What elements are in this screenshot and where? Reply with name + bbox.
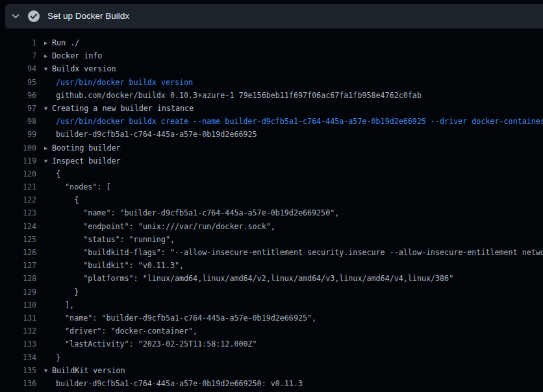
log-output-text: "buildkitd-flags": "--allow-insecure-ent… [56,246,543,259]
log-group-header[interactable]: ▶Booting builder [44,141,121,154]
log-group-header[interactable]: ▶Run ./ [44,36,79,49]
line-number[interactable]: 128 [0,272,36,285]
log-line: 122 { [0,193,543,206]
log-line: 127 "buildkit": "v0.11.3", [0,259,543,272]
log-line: 7▶Docker info [0,49,543,62]
line-number[interactable]: 97 [0,102,36,115]
log-group-header[interactable]: ▼Buildx version [44,62,116,75]
line-number[interactable]: 134 [0,351,36,364]
group-title: Inspect builder [52,156,121,165]
log-line: 125 "status": "running", [0,233,543,246]
log-output-text: ], [56,299,74,312]
log-line: 126 "buildkitd-flags": "--allow-insecure… [0,246,543,259]
log-line: 129 } [0,286,543,299]
log-line: 131 "name": "builder-d9cfb5a1-c764-445a-… [0,312,543,325]
log-command-text: /usr/bin/docker buildx create --name bui… [56,115,543,128]
log-output-text: "name": "builder-d9cfb5a1-c764-445a-a57e… [56,206,339,219]
log-output-text: "platforms": "linux/amd64,linux/amd64/v2… [56,272,453,285]
line-number[interactable]: 127 [0,259,36,272]
line-number[interactable]: 121 [0,180,36,193]
log-line: 120{ [0,167,543,180]
line-number[interactable]: 7 [0,49,36,62]
log-output-text: { [56,193,79,206]
log-line: 95/usr/bin/docker buildx version [0,76,543,89]
group-title: BuildKit version [52,366,125,375]
log-line: 94▼Buildx version [0,62,543,75]
line-number[interactable]: 133 [0,337,36,350]
log-lines: 1▶Run ./7▶Docker info94▼Buildx version95… [0,29,543,390]
line-number[interactable]: 1 [0,36,36,49]
log-output-text: "buildkit": "v0.11.3", [56,259,184,272]
log-output-text: } [56,351,60,364]
line-number[interactable]: 120 [0,167,36,180]
log-line: 124 "endpoint": "unix:///var/run/docker.… [0,220,543,233]
group-expanded-icon[interactable]: ▼ [44,102,52,115]
log-group-header[interactable]: ▼BuildKit version [44,364,125,377]
log-group-header[interactable]: ▼Creating a new builder instance [44,102,194,115]
log-output-text: "status": "running", [56,233,175,246]
line-number[interactable]: 99 [0,128,36,141]
line-number[interactable]: 122 [0,193,36,206]
group-collapsed-icon[interactable]: ▶ [44,36,52,49]
log-line: 96github.com/docker/buildx 0.10.3+azure-… [0,89,543,102]
log-line: 121 "nodes": [ [0,180,543,193]
group-title: Creating a new builder instance [52,104,194,113]
line-number[interactable]: 96 [0,89,36,102]
line-number[interactable]: 136 [0,377,36,390]
line-number[interactable]: 100 [0,141,36,154]
line-number[interactable]: 126 [0,246,36,259]
log-line: 1▶Run ./ [0,36,543,49]
line-number[interactable]: 129 [0,286,36,299]
group-expanded-icon[interactable]: ▼ [44,364,52,377]
step-title: Set up Docker Buildx [47,4,129,29]
log-group-header[interactable]: ▶Docker info [44,49,102,62]
log-output-text: "lastActivity": "2023-02-25T11:58:12.000… [56,337,257,350]
group-expanded-icon[interactable]: ▼ [44,62,52,75]
log-line: 134} [0,351,543,364]
line-number[interactable]: 94 [0,62,36,75]
line-number[interactable]: 130 [0,299,36,312]
log-output-text: github.com/docker/buildx 0.10.3+azure-1 … [56,89,422,102]
check-circle-icon [27,10,40,23]
log-line: 135▼BuildKit version [0,364,543,377]
line-number[interactable]: 98 [0,115,36,128]
log-line: 100▶Booting builder [0,141,543,154]
log-output-text: "nodes": [ [56,180,110,193]
log-output-text: builder-d9cfb5a1-c764-445a-a57e-0b19d2e6… [56,377,303,390]
line-number[interactable]: 132 [0,325,36,337]
line-number[interactable]: 123 [0,206,36,219]
workflow-step-log-viewer: Set up Docker Buildx 1▶Run ./7▶Docker in… [0,0,543,392]
line-number[interactable]: 135 [0,364,36,377]
group-title: Run ./ [52,38,79,47]
group-title: Docker info [52,51,102,60]
line-number[interactable]: 131 [0,312,36,325]
chevron-down-icon[interactable] [10,11,21,21]
log-command-text: /usr/bin/docker buildx version [56,76,193,89]
log-line: 119▼Inspect builder [0,154,543,167]
log-line: 97▼Creating a new builder instance [0,102,543,115]
log-output-text: { [56,167,60,180]
line-number[interactable]: 95 [0,76,36,89]
log-line: 132 "driver": "docker-container", [0,325,543,337]
line-number[interactable]: 125 [0,233,36,246]
log-line: 98/usr/bin/docker buildx create --name b… [0,115,543,128]
log-output-text: builder-d9cfb5a1-c764-445a-a57e-0b19d2e6… [56,128,257,141]
log-output-text: "name": "builder-d9cfb5a1-c764-445a-a57e… [56,312,316,325]
group-collapsed-icon[interactable]: ▶ [44,141,52,154]
log-line: 128 "platforms": "linux/amd64,linux/amd6… [0,272,543,285]
log-line: 130 ], [0,299,543,312]
log-group-header[interactable]: ▼Inspect builder [44,154,121,167]
group-title: Buildx version [52,64,116,73]
group-expanded-icon[interactable]: ▼ [44,154,52,167]
step-header[interactable]: Set up Docker Buildx [5,4,543,29]
log-line: 136builder-d9cfb5a1-c764-445a-a57e-0b19d… [0,377,543,390]
log-line: 123 "name": "builder-d9cfb5a1-c764-445a-… [0,206,543,219]
group-title: Booting builder [52,143,121,153]
log-line: 133 "lastActivity": "2023-02-25T11:58:12… [0,337,543,350]
log-output-text: "driver": "docker-container", [56,325,197,337]
line-number[interactable]: 124 [0,220,36,233]
line-number[interactable]: 119 [0,154,36,167]
log-line: 99builder-d9cfb5a1-c764-445a-a57e-0b19d2… [0,128,543,141]
log-output-text: } [56,286,79,299]
group-collapsed-icon[interactable]: ▶ [44,49,52,62]
